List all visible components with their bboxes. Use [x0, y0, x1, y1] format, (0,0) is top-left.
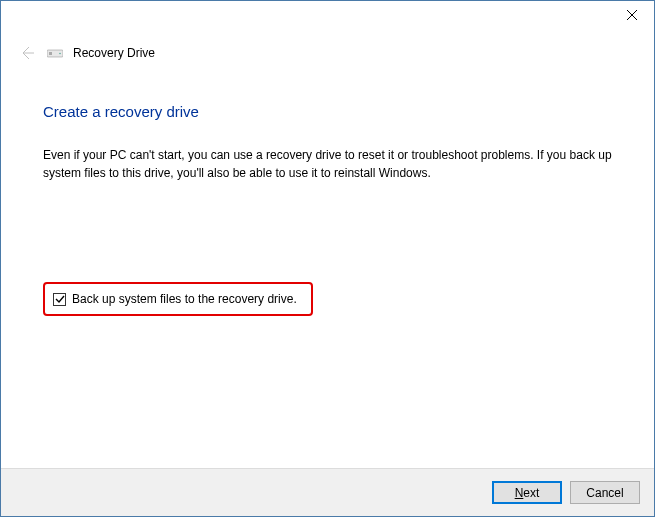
next-button-rest: ext	[523, 486, 539, 500]
wizard-title: Recovery Drive	[73, 46, 155, 60]
close-button[interactable]	[609, 1, 654, 29]
page-description: Even if your PC can't start, you can use…	[43, 146, 612, 182]
wizard-header: Recovery Drive	[1, 31, 654, 63]
back-arrow-icon	[19, 45, 35, 61]
backup-checkbox-row[interactable]: Back up system files to the recovery dri…	[53, 292, 297, 306]
svg-rect-4	[49, 52, 52, 55]
highlight-annotation: Back up system files to the recovery dri…	[43, 282, 313, 316]
close-icon	[627, 10, 637, 20]
checkmark-icon	[55, 294, 65, 304]
drive-icon	[47, 47, 63, 59]
svg-point-5	[59, 53, 61, 55]
back-button[interactable]	[17, 43, 37, 63]
titlebar	[1, 1, 654, 31]
wizard-content: Create a recovery drive Even if your PC …	[1, 63, 654, 316]
page-heading: Create a recovery drive	[43, 103, 612, 120]
cancel-button[interactable]: Cancel	[570, 481, 640, 504]
wizard-footer: Next Cancel	[1, 468, 654, 516]
backup-checkbox-label: Back up system files to the recovery dri…	[72, 292, 297, 306]
next-button[interactable]: Next	[492, 481, 562, 504]
backup-checkbox[interactable]	[53, 293, 66, 306]
